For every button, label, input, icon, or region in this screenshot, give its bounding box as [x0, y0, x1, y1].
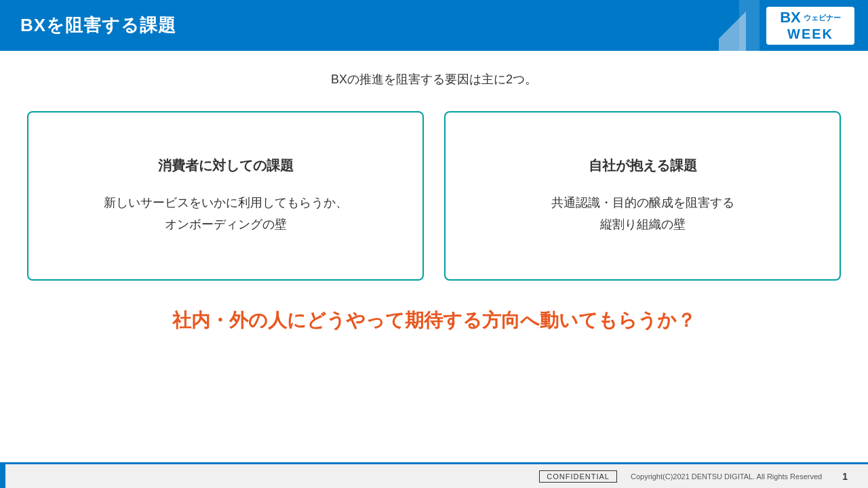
card-company-line2: 縦割り組織の壁 — [600, 218, 686, 231]
logo-top-line: BX ウェビナー — [780, 9, 841, 26]
slide-title: BXを阻害する課題 — [20, 14, 176, 37]
logo-webinar-text: ウェビナー — [804, 13, 841, 23]
footer-copyright: Copyright(C)2021 DENTSU DIGITAL. All Rig… — [631, 472, 822, 481]
cards-row: 消費者に対しての課題 新しいサービスをいかに利用してもらうか、 オンボーディング… — [27, 111, 841, 281]
main-content: BXの推進を阻害する要因は主に2つ。 消費者に対しての課題 新しいサービスをいか… — [0, 51, 868, 333]
card-consumer-line2: オンボーディングの壁 — [165, 218, 287, 231]
logo-box: BX ウェビナー WEEK — [766, 7, 854, 45]
header-decoration — [739, 0, 760, 51]
card-consumer-title: 消費者に対しての課題 — [56, 157, 395, 175]
card-company-title: 自社が抱える課題 — [473, 157, 812, 175]
card-company-body: 共通認識・目的の醸成を阻害する 縦割り組織の壁 — [473, 192, 812, 236]
footer-page-number: 1 — [842, 471, 848, 482]
slide-footer: CONFIDENTIAL Copyright(C)2021 DENTSU DIG… — [0, 462, 868, 488]
logo-bx-text: BX — [780, 9, 801, 26]
card-consumer-line1: 新しいサービスをいかに利用してもらうか、 — [104, 196, 348, 209]
bottom-message: 社内・外の人にどうやって期待する方向へ動いてもらうか？ — [27, 308, 841, 333]
slide-header: BXを阻害する課題 BX ウェビナー WEEK — [0, 0, 868, 51]
card-company-line1: 共通認識・目的の醸成を阻害する — [551, 196, 734, 209]
card-consumer: 消費者に対しての課題 新しいサービスをいかに利用してもらうか、 オンボーディング… — [27, 111, 424, 281]
logo-area: BX ウェビナー WEEK — [766, 7, 854, 45]
footer-accent — [0, 464, 5, 488]
subtitle-text: BXの推進を阻害する要因は主に2つ。 — [27, 71, 841, 87]
confidential-badge: CONFIDENTIAL — [539, 470, 617, 483]
logo-week-text: WEEK — [787, 26, 833, 42]
card-company: 自社が抱える課題 共通認識・目的の醸成を阻害する 縦割り組織の壁 — [444, 111, 841, 281]
card-consumer-body: 新しいサービスをいかに利用してもらうか、 オンボーディングの壁 — [56, 192, 395, 236]
